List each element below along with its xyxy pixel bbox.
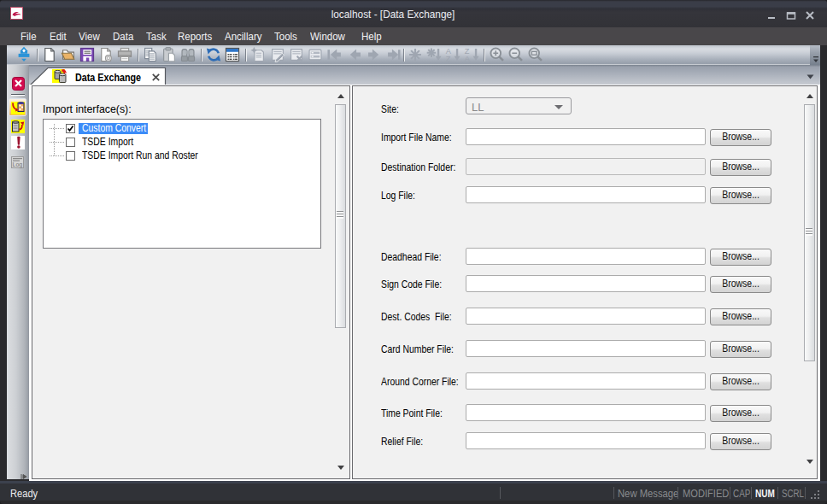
svg-text:A: A <box>464 55 470 63</box>
svg-text:Z: Z <box>446 55 451 63</box>
svg-text:Log: Log <box>13 161 23 168</box>
